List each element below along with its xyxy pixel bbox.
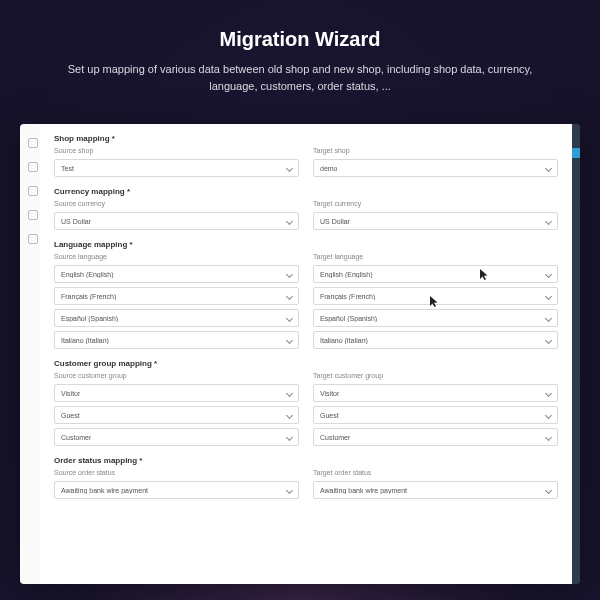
- target-label: Target shop: [313, 147, 558, 156]
- select-value: US Dollar: [320, 218, 350, 225]
- source-column: Customer: [54, 428, 299, 446]
- sidebar-icon: [28, 162, 38, 172]
- select-value: English (English): [320, 271, 373, 278]
- section-title: Customer group mapping *: [54, 359, 558, 368]
- source-select[interactable]: Français (French): [54, 287, 299, 305]
- select-value: Guest: [320, 412, 339, 419]
- target-column: Target customer groupVisitor: [313, 372, 558, 402]
- source-label: Source customer group: [54, 372, 299, 381]
- mapping-row: Source shopTestTarget shopdemo: [54, 147, 558, 177]
- source-select[interactable]: Visitor: [54, 384, 299, 402]
- source-select[interactable]: English (English): [54, 265, 299, 283]
- page-title: Migration Wizard: [40, 28, 560, 51]
- chevron-down-icon: [287, 412, 293, 418]
- section-rows: Source order statusAwaiting bank wire pa…: [54, 469, 558, 499]
- target-select[interactable]: Customer: [313, 428, 558, 446]
- mapping-section: Order status mapping *Source order statu…: [54, 456, 558, 499]
- source-label: Source order status: [54, 469, 299, 478]
- mapping-row: Source customer groupVisitorTarget custo…: [54, 372, 558, 402]
- target-select[interactable]: demo: [313, 159, 558, 177]
- source-column: Source customer groupVisitor: [54, 372, 299, 402]
- source-column: Source languageEnglish (English): [54, 253, 299, 283]
- target-label: Target language: [313, 253, 558, 262]
- select-value: Visitor: [61, 390, 80, 397]
- chevron-down-icon: [287, 315, 293, 321]
- target-select[interactable]: English (English): [313, 265, 558, 283]
- mapping-row: Source order statusAwaiting bank wire pa…: [54, 469, 558, 499]
- chevron-down-icon: [287, 337, 293, 343]
- source-label: Source currency: [54, 200, 299, 209]
- source-select[interactable]: Test: [54, 159, 299, 177]
- section-title: Language mapping *: [54, 240, 558, 249]
- select-value: Visitor: [320, 390, 339, 397]
- chevron-down-icon: [546, 337, 552, 343]
- chevron-down-icon: [287, 293, 293, 299]
- source-column: Guest: [54, 406, 299, 424]
- source-select[interactable]: US Dollar: [54, 212, 299, 230]
- source-select[interactable]: Customer: [54, 428, 299, 446]
- chevron-down-icon: [287, 487, 293, 493]
- target-label: Target currency: [313, 200, 558, 209]
- target-select[interactable]: Español (Spanish): [313, 309, 558, 327]
- select-value: Italiano (Italian): [61, 337, 109, 344]
- target-select[interactable]: US Dollar: [313, 212, 558, 230]
- chevron-down-icon: [287, 390, 293, 396]
- target-select[interactable]: Visitor: [313, 384, 558, 402]
- target-select[interactable]: Guest: [313, 406, 558, 424]
- page-subtitle: Set up mapping of various data between o…: [65, 61, 535, 94]
- chevron-down-icon: [546, 434, 552, 440]
- chevron-down-icon: [546, 412, 552, 418]
- chevron-down-icon: [287, 218, 293, 224]
- target-column: Target currencyUS Dollar: [313, 200, 558, 230]
- target-select[interactable]: Italiano (Italian): [313, 331, 558, 349]
- chevron-down-icon: [546, 218, 552, 224]
- source-column: Source shopTest: [54, 147, 299, 177]
- target-column: Français (French): [313, 287, 558, 305]
- select-value: US Dollar: [61, 218, 91, 225]
- source-select[interactable]: Español (Spanish): [54, 309, 299, 327]
- mapping-section: Shop mapping *Source shopTestTarget shop…: [54, 134, 558, 177]
- mapping-section: Language mapping *Source languageEnglish…: [54, 240, 558, 349]
- section-rows: Source currencyUS DollarTarget currencyU…: [54, 200, 558, 230]
- target-select[interactable]: Awaiting bank wire payment: [313, 481, 558, 499]
- source-label: Source language: [54, 253, 299, 262]
- select-value: Customer: [320, 434, 350, 441]
- mapping-row: CustomerCustomer: [54, 428, 558, 446]
- select-value: demo: [320, 165, 338, 172]
- chevron-down-icon: [287, 434, 293, 440]
- select-value: Awaiting bank wire payment: [61, 487, 148, 494]
- screenshot-frame: Shop mapping *Source shopTestTarget shop…: [20, 124, 580, 584]
- source-select[interactable]: Awaiting bank wire payment: [54, 481, 299, 499]
- hero-section: Migration Wizard Set up mapping of vario…: [0, 0, 600, 112]
- target-column: Guest: [313, 406, 558, 424]
- mapping-row: Español (Spanish)Español (Spanish): [54, 309, 558, 327]
- mapping-row: Italiano (Italian)Italiano (Italian): [54, 331, 558, 349]
- target-select[interactable]: Français (French): [313, 287, 558, 305]
- mapping-section: Currency mapping *Source currencyUS Doll…: [54, 187, 558, 230]
- sidebar-icon: [28, 186, 38, 196]
- source-column: Español (Spanish): [54, 309, 299, 327]
- select-value: Customer: [61, 434, 91, 441]
- chevron-down-icon: [546, 271, 552, 277]
- section-title: Shop mapping *: [54, 134, 558, 143]
- source-column: Français (French): [54, 287, 299, 305]
- source-column: Source order statusAwaiting bank wire pa…: [54, 469, 299, 499]
- source-select[interactable]: Guest: [54, 406, 299, 424]
- select-value: Español (Spanish): [61, 315, 118, 322]
- target-column: Target languageEnglish (English): [313, 253, 558, 283]
- select-value: Awaiting bank wire payment: [320, 487, 407, 494]
- section-title: Order status mapping *: [54, 456, 558, 465]
- source-label: Source shop: [54, 147, 299, 156]
- target-column: Customer: [313, 428, 558, 446]
- sidebar-icon: [28, 210, 38, 220]
- mapping-panel: Shop mapping *Source shopTestTarget shop…: [40, 124, 572, 584]
- chevron-down-icon: [546, 487, 552, 493]
- section-rows: Source shopTestTarget shopdemo: [54, 147, 558, 177]
- source-column: Source currencyUS Dollar: [54, 200, 299, 230]
- sidebar-icon: [28, 234, 38, 244]
- mapping-row: Source currencyUS DollarTarget currencyU…: [54, 200, 558, 230]
- chevron-down-icon: [287, 271, 293, 277]
- mapping-row: Français (French)Français (French): [54, 287, 558, 305]
- chevron-down-icon: [546, 165, 552, 171]
- source-select[interactable]: Italiano (Italian): [54, 331, 299, 349]
